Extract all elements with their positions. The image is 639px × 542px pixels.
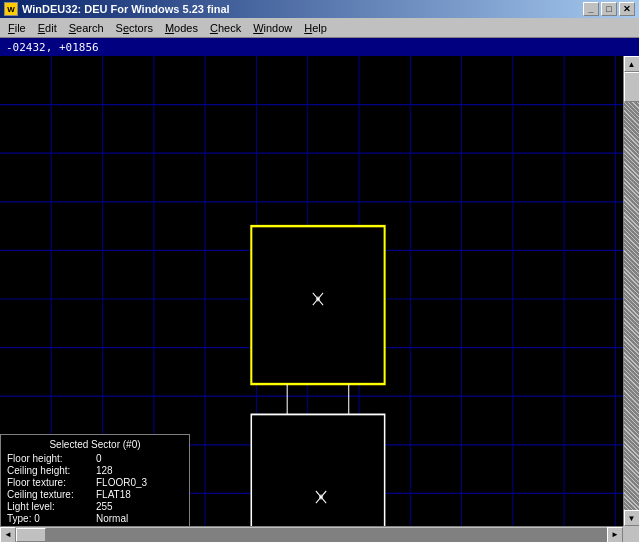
menu-help[interactable]: Help bbox=[298, 20, 333, 36]
scroll-right-button[interactable]: ► bbox=[607, 527, 623, 543]
info-row-ceiling-height: Ceiling height: 128 bbox=[7, 465, 183, 476]
floor-height-label: Floor height: bbox=[7, 453, 92, 464]
maximize-button[interactable]: □ bbox=[601, 2, 617, 16]
ceiling-height-label: Ceiling height: bbox=[7, 465, 92, 476]
scroll-thumb-v[interactable] bbox=[624, 72, 640, 102]
scroll-track-v[interactable] bbox=[624, 72, 640, 510]
coords-bar: -02432, +01856 bbox=[0, 38, 639, 56]
light-level-label: Light level: bbox=[7, 501, 92, 512]
menu-search[interactable]: Search bbox=[63, 20, 110, 36]
info-row-floor-texture: Floor texture: FLOOR0_3 bbox=[7, 477, 183, 488]
info-row-floor-height: Floor height: 0 bbox=[7, 453, 183, 464]
horizontal-scrollbar[interactable]: ◄ ► bbox=[0, 526, 623, 542]
vertical-scrollbar[interactable]: ▲ ▼ bbox=[623, 56, 639, 526]
scroll-track-h[interactable] bbox=[16, 528, 607, 542]
floor-texture-value: FLOOR0_3 bbox=[96, 477, 147, 488]
coordinates-display: -02432, +01856 bbox=[6, 41, 99, 54]
minimize-button[interactable]: _ bbox=[583, 2, 599, 16]
scroll-corner bbox=[623, 526, 639, 542]
menu-modes[interactable]: Modes bbox=[159, 20, 204, 36]
info-panel-title: Selected Sector (#0) bbox=[7, 439, 183, 450]
main-area: -02432, +01856 bbox=[0, 38, 639, 542]
scroll-down-button[interactable]: ▼ bbox=[624, 510, 640, 526]
ceiling-texture-label: Ceiling texture: bbox=[7, 489, 92, 500]
info-row-light-level: Light level: 255 bbox=[7, 501, 183, 512]
svg-rect-29 bbox=[251, 414, 384, 542]
ceiling-height-value: 128 bbox=[96, 465, 113, 476]
title-text: WinDEU32: DEU For Windows 5.23 final bbox=[22, 3, 230, 15]
scroll-left-button[interactable]: ◄ bbox=[0, 527, 16, 543]
title-bar: W WinDEU32: DEU For Windows 5.23 final _… bbox=[0, 0, 639, 18]
scroll-up-button[interactable]: ▲ bbox=[624, 56, 640, 72]
svg-rect-22 bbox=[251, 226, 384, 384]
info-row-type: Type: 0 Normal bbox=[7, 513, 183, 524]
type-value: Normal bbox=[96, 513, 128, 524]
map-canvas-area[interactable]: Selected Sector (#0) Floor height: 0 Cei… bbox=[0, 56, 639, 542]
app-icon: W bbox=[4, 2, 18, 16]
menu-sectors[interactable]: Sectors bbox=[110, 20, 159, 36]
floor-texture-label: Floor texture: bbox=[7, 477, 92, 488]
menu-edit[interactable]: Edit bbox=[32, 20, 63, 36]
ceiling-texture-value: FLAT18 bbox=[96, 489, 131, 500]
menu-check[interactable]: Check bbox=[204, 20, 247, 36]
floor-height-value: 0 bbox=[96, 453, 102, 464]
close-button[interactable]: ✕ bbox=[619, 2, 635, 16]
menu-window[interactable]: Window bbox=[247, 20, 298, 36]
menu-bar: File Edit Search Sectors Modes Check Win… bbox=[0, 18, 639, 38]
menu-file[interactable]: File bbox=[2, 20, 32, 36]
info-row-ceiling-texture: Ceiling texture: FLAT18 bbox=[7, 489, 183, 500]
scroll-thumb-h[interactable] bbox=[16, 528, 46, 542]
type-label: Type: 0 bbox=[7, 513, 92, 524]
light-level-value: 255 bbox=[96, 501, 113, 512]
